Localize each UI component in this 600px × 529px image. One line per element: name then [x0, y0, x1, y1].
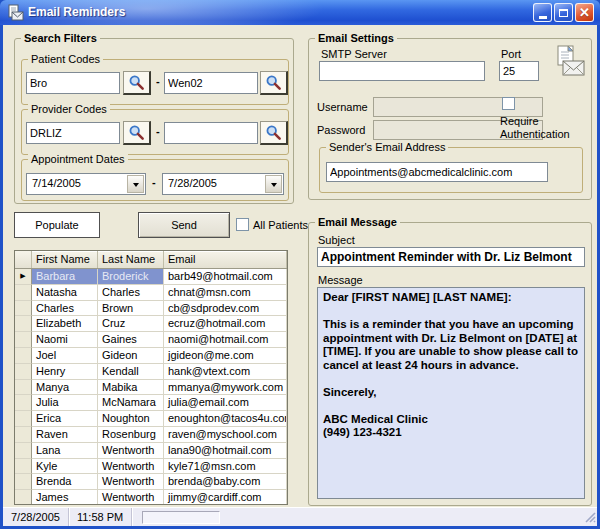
row-selector[interactable] — [15, 490, 32, 505]
table-row[interactable]: NatashaCharleschnat@msn.com — [15, 285, 287, 301]
grid-cell[interactable]: Julia — [32, 395, 98, 411]
table-row[interactable]: ▶BarbaraBroderickbarb49@hotmail.com — [15, 269, 287, 285]
message-textarea[interactable]: Dear [FIRST NAME] [LAST NAME]: This is a… — [317, 287, 585, 499]
grid-cell[interactable]: Henry — [32, 364, 98, 380]
row-selector[interactable] — [15, 301, 32, 317]
resize-grip[interactable] — [583, 510, 596, 525]
grid-cell[interactable]: Wentworth — [98, 443, 164, 459]
provider-code-from-input[interactable] — [26, 122, 120, 144]
grid-cell[interactable]: naomi@hotmail.com — [164, 332, 287, 348]
smtp-server-input[interactable] — [319, 61, 485, 81]
grid-cell[interactable]: brenda@baby.com — [164, 474, 287, 490]
grid-cell[interactable]: Kyle — [32, 459, 98, 475]
grid-cell[interactable]: enoughton@tacos4u.com — [164, 411, 287, 427]
date-to-dropdown[interactable]: 7/28/2005 — [162, 173, 284, 195]
grid-cell[interactable]: Gideon — [98, 348, 164, 364]
grid-cell[interactable]: Wentworth — [98, 474, 164, 490]
send-button[interactable]: Send — [138, 212, 230, 238]
grid-cell[interactable]: Natasha — [32, 285, 98, 301]
maximize-button[interactable] — [554, 3, 573, 22]
grid-cell[interactable]: Lana — [32, 443, 98, 459]
grid-cell[interactable]: Cruz — [98, 316, 164, 332]
row-selector[interactable] — [15, 459, 32, 475]
grid-cell[interactable]: Elizabeth — [32, 316, 98, 332]
minimize-button[interactable] — [533, 3, 552, 22]
grid-cell[interactable]: ecruz@hotmail.com — [164, 316, 287, 332]
table-row[interactable]: EricaNoughtonenoughton@tacos4u.com — [15, 411, 287, 427]
provider-code-to-search-button[interactable] — [260, 121, 288, 145]
table-row[interactable]: RavenRosenburgraven@myschool.com — [15, 427, 287, 443]
grid-cell[interactable]: Rosenburg — [98, 427, 164, 443]
row-selector[interactable] — [15, 332, 32, 348]
grid-cell[interactable]: Joel — [32, 348, 98, 364]
table-row[interactable]: ElizabethCruzecruz@hotmail.com — [15, 316, 287, 332]
provider-code-from-search-button[interactable] — [123, 121, 151, 145]
table-row[interactable]: KyleWentworthkyle71@msn.com — [15, 459, 287, 475]
populate-button[interactable]: Populate — [14, 212, 100, 238]
table-row[interactable]: NaomiGainesnaomi@hotmail.com — [15, 332, 287, 348]
column-header-first-name[interactable]: First Name — [32, 251, 98, 268]
grid-cell[interactable]: Kendall — [98, 364, 164, 380]
grid-cell[interactable]: Barbara — [32, 269, 98, 285]
grid-cell[interactable]: Mabika — [98, 380, 164, 396]
row-selector[interactable] — [15, 427, 32, 443]
row-selector[interactable] — [15, 364, 32, 380]
table-row[interactable]: JuliaMcNamarajulia@email.com — [15, 395, 287, 411]
grid-cell[interactable]: hank@vtext.com — [164, 364, 287, 380]
grid-cell[interactable]: Brown — [98, 301, 164, 317]
require-authentication-checkbox[interactable] — [502, 97, 515, 110]
patient-code-to-search-button[interactable] — [260, 71, 288, 95]
dropdown-button[interactable] — [127, 175, 144, 193]
table-row[interactable]: JoelGideonjgideon@me.com — [15, 348, 287, 364]
dropdown-button[interactable] — [265, 175, 282, 193]
grid-cell[interactable]: Naomi — [32, 332, 98, 348]
all-patients-checkbox[interactable] — [236, 218, 249, 231]
patients-grid[interactable]: First Name Last Name Email ▶BarbaraBrode… — [14, 250, 288, 505]
grid-cell[interactable]: McNamara — [98, 395, 164, 411]
grid-cell[interactable]: julia@email.com — [164, 395, 287, 411]
patient-code-from-search-button[interactable] — [123, 71, 151, 95]
table-row[interactable]: LanaWentworthlana90@hotmail.com — [15, 443, 287, 459]
grid-cell[interactable]: barb49@hotmail.com — [164, 269, 287, 285]
row-selector[interactable] — [15, 443, 32, 459]
grid-cell[interactable]: Charles — [32, 301, 98, 317]
row-selector[interactable] — [15, 348, 32, 364]
table-row[interactable]: ManyaMabikammanya@mywork.com — [15, 380, 287, 396]
column-header-email[interactable]: Email — [164, 251, 287, 268]
grid-cell[interactable]: jimmy@cardiff.com — [164, 490, 287, 505]
grid-cell[interactable]: Wentworth — [98, 490, 164, 505]
row-selector[interactable]: ▶ — [15, 269, 32, 285]
table-row[interactable]: JamesWentworthjimmy@cardiff.com — [15, 490, 287, 505]
grid-cell[interactable]: Wentworth — [98, 459, 164, 475]
column-header-last-name[interactable]: Last Name — [98, 251, 164, 268]
grid-cell[interactable]: Broderick — [98, 269, 164, 285]
grid-cell[interactable]: Erica — [32, 411, 98, 427]
sender-email-input[interactable] — [326, 162, 548, 182]
grid-cell[interactable]: Raven — [32, 427, 98, 443]
grid-cell[interactable]: James — [32, 490, 98, 505]
grid-cell[interactable]: Noughton — [98, 411, 164, 427]
grid-cell[interactable]: raven@myschool.com — [164, 427, 287, 443]
row-selector[interactable] — [15, 285, 32, 301]
date-from-dropdown[interactable]: 7/14/2005 — [26, 173, 146, 195]
username-input[interactable] — [373, 97, 543, 117]
table-row[interactable]: HenryKendallhank@vtext.com — [15, 364, 287, 380]
subject-input[interactable] — [317, 247, 585, 267]
grid-cell[interactable]: chnat@msn.com — [164, 285, 287, 301]
grid-cell[interactable]: Gaines — [98, 332, 164, 348]
row-selector[interactable] — [15, 395, 32, 411]
patient-code-to-input[interactable] — [164, 72, 258, 94]
grid-cell[interactable]: kyle71@msn.com — [164, 459, 287, 475]
grid-cell[interactable]: Brenda — [32, 474, 98, 490]
grid-cell[interactable]: lana90@hotmail.com — [164, 443, 287, 459]
grid-cell[interactable]: Manya — [32, 380, 98, 396]
close-button[interactable]: ✕ — [575, 3, 594, 22]
table-row[interactable]: CharlesBrowncb@sdprodev.com — [15, 301, 287, 317]
grid-cell[interactable]: jgideon@me.com — [164, 348, 287, 364]
table-row[interactable]: BrendaWentworthbrenda@baby.com — [15, 474, 287, 490]
port-input[interactable] — [499, 61, 539, 81]
grid-cell[interactable]: Charles — [98, 285, 164, 301]
patient-code-from-input[interactable] — [26, 72, 120, 94]
grid-cell[interactable]: mmanya@mywork.com — [164, 380, 287, 396]
grid-cell[interactable]: cb@sdprodev.com — [164, 301, 287, 317]
